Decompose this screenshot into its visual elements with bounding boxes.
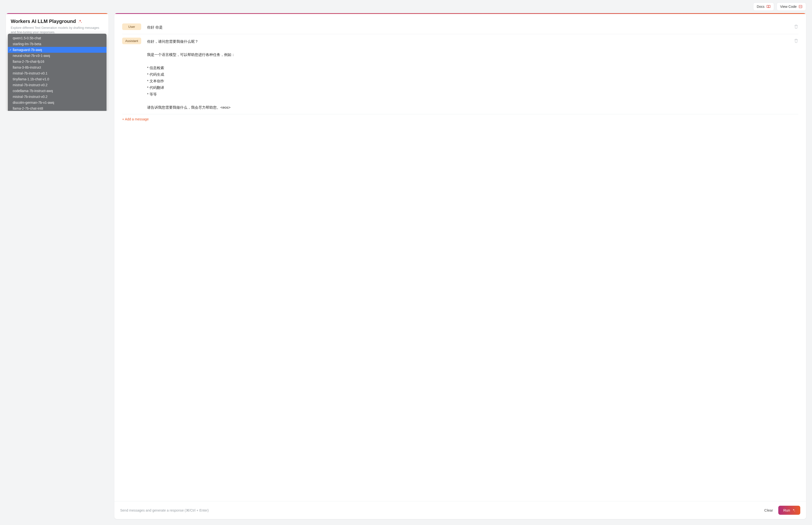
model-option-label: llama-2-7b-chat-fp16: [13, 60, 44, 63]
model-option[interactable]: ✓llama-2-7b-chat-fp16: [8, 59, 106, 64]
docs-button[interactable]: Docs: [753, 2, 774, 11]
footer-bar: Send messages and generate a response (⌘…: [114, 501, 806, 519]
model-option[interactable]: ✓llamaguard-7b-awq: [8, 47, 106, 53]
message-block: User你好 你是: [122, 20, 798, 34]
model-option-label: mistral-7b-instruct-v0.2: [13, 83, 47, 87]
model-option-label: mistral-7b-instruct-v0.1: [13, 71, 47, 75]
model-option-label: tinyllama-1.1b-chat-v1.0: [13, 77, 49, 81]
page-root: Docs View Code Workers AI LLM Playground: [0, 0, 812, 525]
role-tag[interactable]: Assistant: [122, 38, 141, 44]
model-option[interactable]: ✓tinyllama-1.1b-chat-v1.0: [8, 76, 106, 82]
role-tag[interactable]: User: [122, 24, 141, 30]
svg-rect-0: [799, 5, 802, 8]
model-option[interactable]: ✓codellama-7b-instruct-awq: [8, 88, 106, 94]
view-code-button[interactable]: View Code: [777, 2, 806, 11]
message-block: Assistant你好，请问您需要我做什么呢？ 我是一个语言模型，可以帮助您进行…: [122, 34, 798, 114]
model-option-label: qwen1.5-0.5b-chat: [13, 36, 41, 40]
panel-title-row: Workers AI LLM Playground: [11, 18, 104, 24]
run-label: Run: [783, 508, 790, 512]
model-option-label: neural-chat-7b-v3-1-awq: [13, 54, 50, 58]
model-option[interactable]: ✓llama-3-8b-instruct: [8, 64, 106, 70]
model-option[interactable]: ✓mistral-7b-instruct-v0.1: [8, 70, 106, 76]
model-option-label: starling-lm-7b-beta: [13, 42, 41, 46]
model-option-label: llama-3-8b-instruct: [13, 65, 41, 69]
model-option[interactable]: ✓starling-lm-7b-beta: [8, 41, 106, 47]
conversation-area: User你好 你是Assistant你好，请问您需要我做什么呢？ 我是一个语言模…: [114, 13, 806, 501]
panel-title: Workers AI LLM Playground: [11, 18, 76, 24]
model-option-label: discolm-german-7b-v1-awq: [13, 101, 54, 105]
top-bar: Docs View Code: [6, 2, 806, 11]
book-icon: [767, 5, 770, 9]
left-panel: Workers AI LLM Playground Explore differ…: [6, 13, 108, 111]
docs-label: Docs: [757, 5, 765, 9]
message-content[interactable]: 你好 你是: [147, 24, 788, 31]
panel-description: Explore different Text Generation models…: [11, 26, 104, 34]
right-panel: User你好 你是Assistant你好，请问您需要我做什么呢？ 我是一个语言模…: [114, 13, 806, 519]
model-option-label: llamaguard-7b-awq: [13, 48, 42, 52]
model-dropdown[interactable]: ✓qwen1.5-0.5b-chat✓starling-lm-7b-beta✓l…: [8, 34, 106, 111]
model-option[interactable]: ✓discolm-german-7b-v1-awq: [8, 100, 106, 105]
run-button[interactable]: Run: [778, 506, 800, 515]
clear-button[interactable]: Clear: [763, 506, 774, 514]
model-option[interactable]: ✓llama-2-7b-chat-int8: [8, 105, 106, 111]
trash-icon[interactable]: [794, 39, 798, 43]
add-message-button[interactable]: + Add a message: [122, 114, 798, 122]
model-option[interactable]: ✓mistral-7b-instruct-v0.2: [8, 82, 106, 88]
model-option[interactable]: ✓mistral-7b-instruct-v0.2: [8, 94, 106, 100]
main-columns: Workers AI LLM Playground Explore differ…: [6, 13, 806, 519]
model-option[interactable]: ✓neural-chat-7b-v3-1-awq: [8, 53, 106, 59]
model-option-label: codellama-7b-instruct-awq: [13, 89, 53, 93]
model-option[interactable]: ✓qwen1.5-0.5b-chat: [8, 35, 106, 41]
sparkle-icon: [78, 19, 82, 24]
check-icon: ✓: [9, 48, 12, 51]
trash-icon[interactable]: [794, 25, 798, 29]
message-content[interactable]: 你好，请问您需要我做什么呢？ 我是一个语言模型，可以帮助您进行各种任务，例如： …: [147, 38, 788, 110]
model-option-label: mistral-7b-instruct-v0.2: [13, 95, 47, 99]
code-brackets-icon: [799, 5, 802, 9]
sparkle-icon: [792, 509, 795, 512]
footer-hint: Send messages and generate a response (⌘…: [120, 508, 759, 512]
view-code-label: View Code: [780, 5, 797, 9]
model-option-label: llama-2-7b-chat-int8: [13, 106, 43, 110]
